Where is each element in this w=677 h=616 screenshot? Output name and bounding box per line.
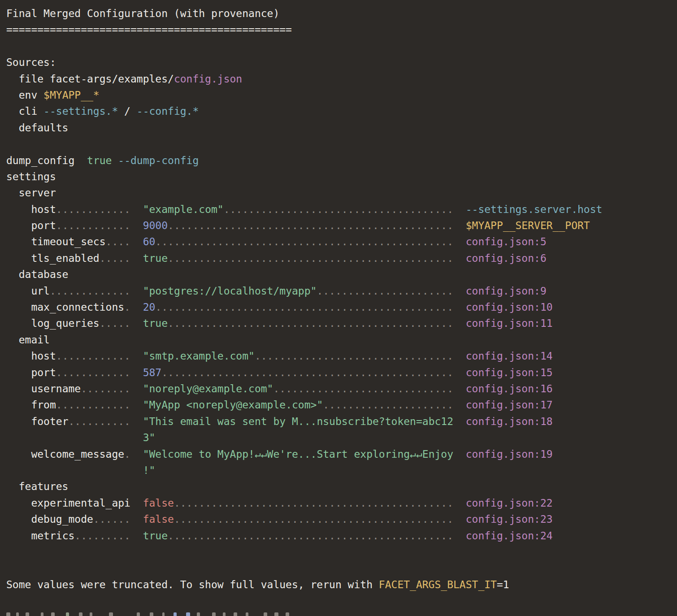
section-server-label: server bbox=[6, 187, 56, 199]
text-segment: / bbox=[118, 105, 137, 117]
row-server-host: host............ "example.com"..........… bbox=[6, 201, 602, 217]
source-file-name: config.json bbox=[174, 73, 242, 85]
text-segment bbox=[6, 383, 31, 395]
text-segment bbox=[453, 448, 466, 460]
text-segment bbox=[453, 530, 466, 542]
text-segment bbox=[6, 416, 31, 427]
value-email-footer: "This email was sent by M...nsubscribe?t… bbox=[143, 416, 453, 427]
text-segment bbox=[6, 432, 143, 443]
section-email: email bbox=[6, 332, 602, 348]
ruler: ========================================… bbox=[6, 24, 292, 35]
terminal-output[interactable]: Final Merged Configuration (with provena… bbox=[6, 5, 602, 593]
prompt-glyph-sliver bbox=[16, 612, 19, 616]
text-segment bbox=[130, 416, 143, 427]
key-database-max-connections: max_connections bbox=[31, 301, 124, 313]
key-server-timeout-secs: timeout_secs bbox=[31, 236, 105, 247]
key-dump-config: dump_config bbox=[6, 155, 74, 166]
text-segment bbox=[130, 301, 143, 313]
text-segment bbox=[453, 285, 466, 297]
provenance-email-username: config.json:16 bbox=[466, 383, 553, 395]
value-email-welcome-message: "Welcome to MyApp!↵↵We're...Start explor… bbox=[143, 448, 453, 460]
key-server-host: host bbox=[31, 204, 56, 215]
text-segment bbox=[453, 350, 466, 362]
text-segment bbox=[453, 416, 466, 427]
text-segment bbox=[453, 301, 466, 313]
text-segment bbox=[6, 317, 31, 329]
prompt-glyph-sliver bbox=[246, 612, 248, 616]
text-segment bbox=[130, 350, 143, 362]
section-server: server bbox=[6, 185, 602, 201]
value-database-log-queries: true bbox=[143, 317, 168, 329]
text-segment: ........................................… bbox=[168, 317, 453, 329]
text-segment: ...................... bbox=[317, 285, 453, 297]
source-file: file facet-args/examples/config.json bbox=[6, 71, 602, 87]
text-segment bbox=[130, 530, 143, 542]
text-segment: ...... bbox=[93, 513, 130, 525]
text-segment bbox=[6, 220, 31, 231]
prompt-glyph-sliver bbox=[66, 612, 69, 616]
provenance-server-tls-enabled: config.json:6 bbox=[466, 252, 547, 264]
truncation-notice-text: Some values were truncated. To show full… bbox=[6, 579, 379, 590]
row-email-welcome-message-wrap: !" bbox=[6, 462, 602, 478]
row-server-port: port............ 9000...................… bbox=[6, 217, 602, 234]
text-segment: ............................. bbox=[273, 383, 453, 395]
prompt-glyph-sliver bbox=[51, 612, 55, 616]
value-features-metrics: true bbox=[143, 530, 168, 542]
prompt-glyph-sliver bbox=[223, 612, 226, 616]
value-dump-config: true bbox=[87, 155, 112, 166]
section-features-label: features bbox=[6, 481, 68, 492]
text-segment bbox=[74, 155, 87, 166]
provenance-email-footer: config.json:18 bbox=[466, 416, 553, 427]
prompt-glyph-sliver bbox=[79, 612, 82, 616]
text-segment bbox=[453, 513, 466, 525]
text-segment bbox=[130, 513, 143, 525]
row-database-url: url............. "postgres://localhost/m… bbox=[6, 283, 602, 299]
source-file-label: file facet-args/examples/ bbox=[6, 73, 174, 85]
text-segment bbox=[130, 399, 143, 411]
text-segment: ..... bbox=[100, 252, 130, 264]
source-env-label: env bbox=[6, 89, 43, 101]
source-env-pattern: $MYAPP__* bbox=[43, 89, 100, 101]
prompt-glyph-sliver bbox=[90, 612, 92, 616]
prompt-glyph-sliver bbox=[274, 612, 278, 616]
source-cli-flag-settings: --settings.* bbox=[43, 105, 118, 117]
prompt-glyph-sliver bbox=[197, 612, 200, 616]
source-defaults: defaults bbox=[6, 120, 602, 136]
prompt-glyph-sliver bbox=[26, 612, 29, 616]
blank bbox=[6, 38, 602, 54]
row-email-host: host............ "smtp.example.com".....… bbox=[6, 348, 602, 364]
text-segment: ............ bbox=[56, 367, 130, 378]
key-email-username: username bbox=[31, 383, 81, 395]
value-server-host: "example.com" bbox=[143, 204, 224, 215]
text-segment: ........ bbox=[81, 383, 130, 395]
text-segment bbox=[6, 464, 143, 476]
text-segment: ......... bbox=[74, 530, 130, 542]
text-segment bbox=[130, 383, 143, 395]
key-database-log-queries: log_queries bbox=[31, 317, 99, 329]
ruler-line: ========================================… bbox=[6, 22, 602, 38]
text-segment: ............ bbox=[56, 220, 130, 231]
blank bbox=[6, 560, 602, 576]
prompt-glyph-sliver bbox=[286, 612, 289, 616]
provenance-features-metrics: config.json:24 bbox=[466, 530, 553, 542]
text-segment: ........................................… bbox=[161, 367, 453, 378]
key-features-experimental-api: experimental_api bbox=[31, 497, 130, 509]
text-segment bbox=[453, 204, 466, 215]
text-segment: ........................................… bbox=[155, 301, 453, 313]
section-settings: settings bbox=[6, 169, 602, 185]
text-segment bbox=[453, 236, 466, 247]
text-segment: ........................................… bbox=[168, 220, 453, 231]
prompt-glyph-sliver bbox=[174, 612, 177, 616]
row-email-welcome-message: welcome_message. "Welcome to MyApp!↵↵We'… bbox=[6, 446, 602, 462]
text-segment bbox=[130, 252, 143, 264]
prompt-glyph-sliver bbox=[186, 612, 190, 616]
text-segment bbox=[6, 497, 31, 509]
key-features-debug-mode: debug_mode bbox=[31, 513, 93, 525]
key-server-tls-enabled: tls_enabled bbox=[31, 252, 99, 264]
text-segment: ........................................… bbox=[168, 252, 453, 264]
truncation-notice: Some values were truncated. To show full… bbox=[6, 577, 602, 593]
row-features-debug-mode: debug_mode...... false..................… bbox=[6, 511, 602, 527]
sources-header: Sources: bbox=[6, 54, 602, 70]
value-email-welcome-message-continued: !" bbox=[143, 464, 156, 476]
text-segment bbox=[6, 301, 31, 313]
